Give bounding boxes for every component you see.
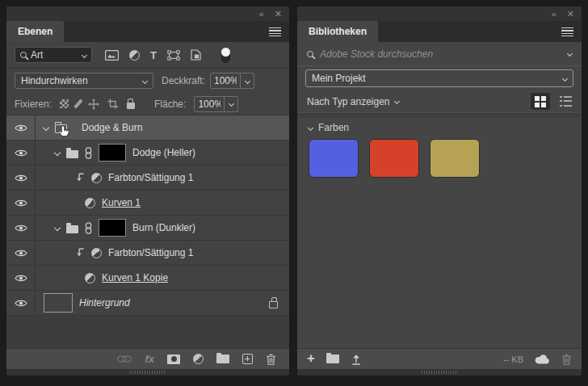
layer-row-content[interactable]: Farbton/Sättigung 1 [36,241,289,265]
layer-row-dodge-and-burn[interactable]: Dodge & Burn [6,115,289,141]
stock-search-input[interactable] [320,48,561,60]
link-layers-icon[interactable] [117,355,132,363]
pixel-layer-filter-icon[interactable] [105,50,119,61]
view-filter-chevron-icon[interactable] [393,99,399,104]
group-mask-thumbnail[interactable] [99,144,126,162]
visibility-toggle[interactable] [6,191,36,215]
layer-row-hintergrund[interactable]: Hintergrund [6,291,289,316]
library-select[interactable]: Mein Projekt [305,69,573,87]
panel-resize-strip[interactable] [297,369,582,376]
visibility-toggle[interactable] [6,141,36,165]
lock-transparency-icon[interactable] [60,99,69,108]
layer-row-content[interactable]: Dodge & Burn [36,115,289,140]
visibility-toggle[interactable] [6,166,36,190]
mask-link-icon[interactable] [85,147,92,159]
add-layer-mask-icon[interactable] [167,355,180,364]
visibility-toggle[interactable] [6,241,36,265]
colors-section-header[interactable]: Farben [297,118,582,137]
layer-row-content[interactable]: Dodge (Heller) [36,141,289,165]
visibility-toggle[interactable] [6,115,36,140]
lock-pixels-brush-icon[interactable] [74,99,83,108]
mask-link-icon[interactable] [85,222,92,234]
tab-ebenen[interactable]: Ebenen [6,21,64,42]
delete-library-item-trash-icon[interactable] [561,354,572,365]
eye-icon [15,299,27,308]
colors-section-label: Farben [318,122,349,133]
lock-all-icon[interactable] [127,103,135,109]
layer-style-fx-icon[interactable]: fx [145,353,154,365]
group-mask-thumbnail[interactable] [99,219,126,237]
layer-name: Farbton/Sättigung 1 [108,247,193,258]
new-library-group-icon[interactable] [326,355,339,363]
smart-object-filter-icon[interactable] [191,49,201,61]
adjustment-layer-icon[interactable] [91,248,102,258]
layer-row-farbton-saettigung-1[interactable]: Farbton/Sättigung 1 [6,166,289,191]
panel-resize-strip[interactable] [6,369,289,376]
libraries-panel: « ✕ Bibliotheken Mein Projekt Nach Typ a… [297,6,582,376]
blend-mode-select[interactable]: Hindurchwirken [15,73,153,89]
layer-row-farbton-saettigung-1-burn[interactable]: Farbton/Sättigung 1 [6,241,289,266]
view-filter-label[interactable]: Nach Typ anzeigen [307,96,390,107]
layer-thumbnail[interactable] [44,293,73,313]
sync-upload-icon[interactable] [351,354,362,365]
adjustment-layer-icon[interactable] [85,273,95,283]
close-panel-icon[interactable]: ✕ [567,10,573,19]
lock-position-move-icon[interactable] [88,99,99,110]
group-expand-chevron-icon[interactable] [43,124,49,131]
adjustment-layer-icon[interactable] [91,173,102,183]
lock-label: Fixieren: [15,99,52,110]
collapse-panel-icon[interactable]: « [259,10,263,19]
layer-row-content[interactable]: Kurven 1 [36,191,289,215]
group-expand-chevron-icon[interactable] [54,224,61,231]
layer-row-content[interactable]: Burn (Dunkler) [36,216,289,240]
visibility-toggle[interactable] [6,266,36,290]
layer-row-kurven-1-kopie[interactable]: Kurven 1 Kopie [6,266,289,291]
new-group-icon[interactable] [216,355,229,363]
type-layer-filter-icon[interactable]: T [150,50,157,61]
gold-swatch[interactable] [430,139,480,178]
lock-artboard-icon[interactable] [107,99,119,109]
resize-grip[interactable] [422,371,457,374]
layer-row-content[interactable]: Hintergrund [36,291,289,315]
fill-input[interactable] [195,99,224,110]
blue-swatch[interactable] [309,139,359,178]
add-element-plus-icon[interactable]: + [307,351,315,365]
layer-name: Farbton/Sättigung 1 [108,172,193,183]
new-layer-icon[interactable] [242,354,253,364]
libraries-tab-bar: Bibliotheken [297,21,582,42]
layer-filter-toggle[interactable] [221,48,230,63]
background-lock-icon[interactable] [269,301,278,308]
layer-row-content[interactable]: Kurven 1 Kopie [36,266,289,290]
collapse-panel-icon[interactable]: « [552,10,556,19]
opacity-input[interactable] [211,75,240,86]
adjustment-layer-icon[interactable] [85,198,95,208]
delete-layer-trash-icon[interactable] [266,354,276,365]
layer-filter-type-select[interactable]: Art [15,47,92,63]
cloud-sync-icon[interactable] [535,355,550,364]
library-content-empty-area [297,186,582,348]
layer-row-burn-dunkler[interactable]: Burn (Dunkler) [6,216,289,241]
grid-view-button[interactable] [531,93,550,110]
resize-grip[interactable] [130,371,166,374]
close-panel-icon[interactable]: ✕ [275,10,281,19]
shape-layer-filter-icon[interactable] [167,50,180,61]
tab-bibliotheken[interactable]: Bibliotheken [297,21,378,42]
panel-menu-icon[interactable] [269,27,281,36]
layer-row-content[interactable]: Farbton/Sättigung 1 [36,166,289,190]
red-swatch[interactable] [369,139,419,178]
libraries-panel-top-strip: « ✕ [297,6,582,21]
library-select-row: Mein Projekt [297,66,582,90]
opacity-field [210,73,254,89]
panel-menu-icon[interactable] [561,27,573,36]
group-expand-chevron-icon[interactable] [54,149,61,156]
new-adjustment-layer-icon[interactable] [193,354,204,364]
search-scope-chevron-icon[interactable] [567,51,573,57]
opacity-dropdown-button[interactable] [241,79,254,83]
visibility-toggle[interactable] [6,216,36,240]
adjustment-layer-filter-icon[interactable] [129,50,140,61]
list-view-icon[interactable] [560,96,572,107]
visibility-toggle[interactable] [6,291,36,315]
layer-row-dodge-heller[interactable]: Dodge (Heller) [6,141,289,166]
layer-row-kurven-1[interactable]: Kurven 1 [6,191,289,216]
fill-dropdown-button[interactable] [225,102,237,106]
